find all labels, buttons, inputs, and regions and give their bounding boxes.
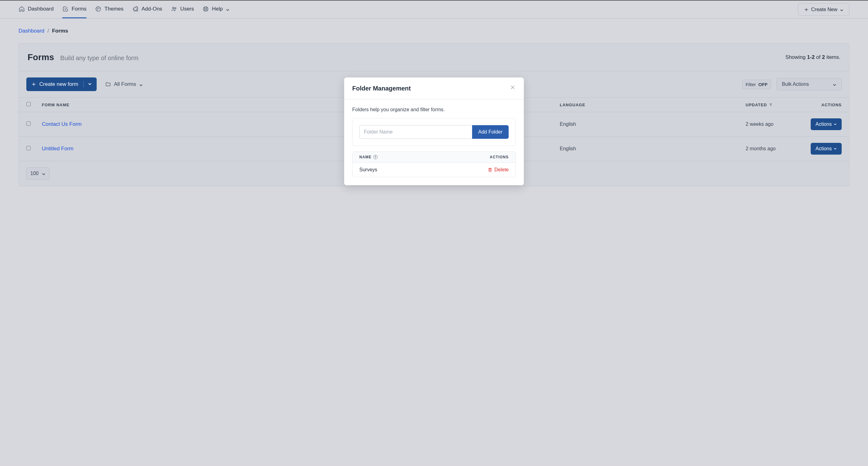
modal-title: Folder Management — [352, 85, 411, 92]
page-subtitle: Build any type of online form — [60, 55, 138, 62]
modal-description: Folders help you organize and filter for… — [352, 107, 516, 113]
nav-label: Dashboard — [28, 6, 54, 12]
create-form-label: Create new form — [39, 81, 79, 87]
filter-state: OFF — [758, 82, 768, 87]
th-actions: Actions — [808, 102, 842, 107]
breadcrumb: Dashboard / Forms — [19, 28, 849, 34]
select-all-checkbox[interactable] — [26, 102, 31, 106]
nav-label: Help — [212, 6, 223, 12]
nav-label: Themes — [104, 6, 123, 12]
svg-point-1 — [97, 8, 98, 9]
plus-icon — [31, 82, 36, 87]
nav-dashboard[interactable]: Dashboard — [19, 1, 54, 18]
folder-filter-label: All Forms — [114, 81, 136, 87]
row-checkbox[interactable] — [26, 146, 31, 150]
add-folder-button[interactable]: Add Folder — [472, 125, 509, 139]
folder-name-input[interactable] — [359, 125, 472, 139]
chevron-down-icon — [42, 172, 45, 175]
folder-th-name: Name — [359, 155, 371, 159]
form-name-link[interactable]: Untitled Form — [42, 146, 73, 152]
chevron-down-icon — [139, 83, 143, 86]
row-actions-button[interactable]: Actions — [811, 118, 842, 130]
row-actions-label: Actions — [816, 121, 832, 127]
row-language: English — [560, 121, 746, 127]
nav-addons[interactable]: Add-Ons — [132, 1, 162, 18]
chevron-down-icon — [83, 81, 92, 87]
row-updated: 2 months ago — [746, 146, 808, 152]
svg-point-5 — [175, 7, 176, 9]
users-icon — [171, 6, 177, 12]
chevron-down-icon — [834, 147, 837, 150]
bulk-actions-label: Bulk Actions — [782, 82, 809, 87]
nav-users[interactable]: Users — [171, 1, 194, 18]
folder-filter[interactable]: All Forms — [105, 81, 143, 87]
row-updated: 2 weeks ago — [746, 121, 808, 127]
create-form-button[interactable]: Create new form — [26, 77, 97, 91]
plus-icon — [804, 7, 809, 12]
count-range: 1-2 — [807, 54, 815, 60]
th-language[interactable]: Language — [560, 102, 746, 107]
folder-name[interactable]: Surveys — [359, 167, 377, 173]
filter-toggle[interactable]: Filter OFF — [742, 80, 771, 89]
bulk-actions-select[interactable]: Bulk Actions — [777, 78, 842, 91]
close-icon[interactable] — [509, 84, 516, 92]
folder-management-modal: Folder Management Folders help you organ… — [344, 77, 524, 185]
svg-point-3 — [97, 10, 98, 10]
svg-point-2 — [99, 8, 99, 9]
nav-label: Add-Ons — [142, 6, 162, 12]
sort-desc-icon — [769, 103, 773, 106]
row-actions-label: Actions — [816, 146, 832, 152]
delete-folder-link[interactable]: Delete — [488, 167, 509, 173]
svg-point-0 — [96, 7, 101, 11]
nav-label: Forms — [71, 6, 86, 12]
chevron-down-icon — [833, 83, 836, 86]
delete-label: Delete — [494, 167, 509, 173]
add-folder-box: Add Folder — [352, 118, 516, 146]
count-suffix: items. — [825, 54, 840, 60]
puzzle-icon — [132, 6, 138, 12]
home-icon — [19, 6, 25, 12]
check-square-icon — [62, 6, 68, 12]
nav-themes[interactable]: Themes — [95, 1, 123, 18]
nav-help[interactable]: Help — [203, 1, 229, 18]
nav-forms[interactable]: Forms — [62, 1, 86, 18]
chevron-down-icon — [834, 123, 837, 126]
row-actions-button[interactable]: Actions — [811, 143, 842, 155]
help-icon[interactable]: ? — [373, 155, 378, 159]
form-name-link[interactable]: Contact Us Form — [42, 121, 82, 127]
folder-row: Surveys Delete — [352, 163, 516, 177]
nav-label: Users — [180, 6, 194, 12]
chevron-down-icon — [226, 7, 229, 11]
th-updated[interactable]: Updated — [746, 102, 808, 107]
count-total: 2 — [822, 54, 825, 60]
count-prefix: Showing — [785, 54, 807, 60]
svg-point-7 — [205, 8, 207, 10]
create-new-label: Create New — [811, 7, 837, 12]
filter-label: Filter — [746, 82, 756, 87]
folder-th-actions: Actions — [490, 155, 509, 159]
row-checkbox[interactable] — [26, 121, 31, 126]
folder-table: Name ? Actions Surveys Delete — [352, 152, 516, 177]
count-of: of — [815, 54, 822, 60]
folder-icon — [105, 82, 111, 87]
breadcrumb-sep: / — [48, 28, 49, 34]
lifebuoy-icon — [203, 6, 209, 12]
palette-icon — [95, 6, 101, 12]
chevron-down-icon — [840, 8, 843, 11]
th-updated-label: Updated — [746, 102, 767, 107]
page-title: Forms — [28, 52, 54, 62]
svg-point-4 — [173, 7, 174, 9]
breadcrumb-parent[interactable]: Dashboard — [19, 28, 44, 34]
top-nav: Dashboard Forms Themes Add-Ons Users Hel… — [0, 0, 868, 19]
results-count: Showing 1-2 of 2 items. — [785, 54, 840, 60]
trash-icon — [488, 167, 493, 172]
page-size-value: 100 — [30, 171, 39, 176]
create-new-button[interactable]: Create New — [798, 3, 849, 16]
page-size-select[interactable]: 100 — [26, 167, 50, 180]
breadcrumb-current: Forms — [52, 28, 68, 34]
row-language: English — [560, 146, 746, 152]
